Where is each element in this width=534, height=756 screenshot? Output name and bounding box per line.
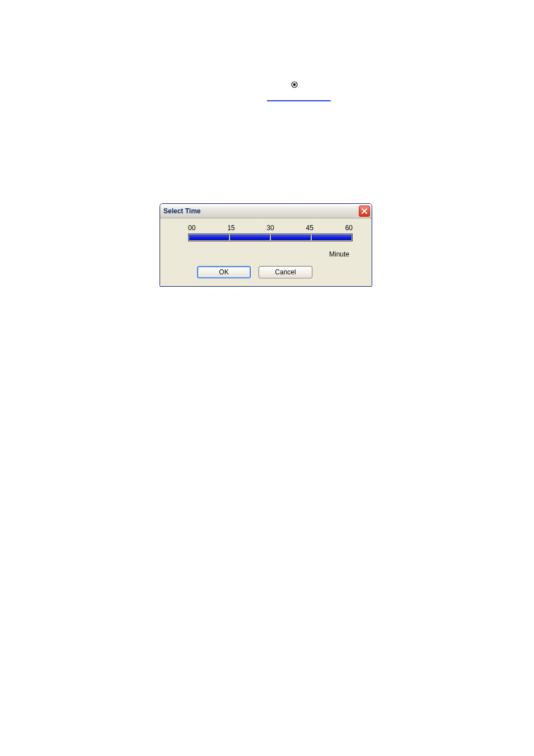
tick-label: 60 xyxy=(345,224,353,232)
ok-button[interactable]: OK xyxy=(197,266,251,278)
close-icon xyxy=(361,208,368,214)
slider-ticks: 00 15 30 45 60 xyxy=(170,224,362,232)
dialog-body: 00 15 30 45 60 Minute OK Cancel xyxy=(160,218,372,286)
unit-label: Minute xyxy=(170,250,362,258)
dialog-titlebar: Select Time xyxy=(160,204,372,218)
slider-track xyxy=(188,234,353,241)
dialog-button-row: OK Cancel xyxy=(170,266,362,278)
tick-label: 15 xyxy=(227,224,235,232)
time-slider[interactable] xyxy=(170,234,362,241)
close-button[interactable] xyxy=(359,206,370,217)
tick-label: 00 xyxy=(188,224,195,232)
slider-segment xyxy=(271,235,311,240)
cancel-button[interactable]: Cancel xyxy=(259,266,312,278)
tick-label: 45 xyxy=(306,224,313,232)
tick-label: 30 xyxy=(266,224,274,232)
slider-segment xyxy=(312,235,352,240)
select-time-dialog: Select Time 00 15 30 45 60 Minute OK Can xyxy=(160,203,372,287)
svg-point-1 xyxy=(293,83,296,86)
dialog-title: Select Time xyxy=(163,207,200,215)
link-underline xyxy=(267,100,331,101)
radio-selected-icon xyxy=(291,81,298,88)
slider-segment xyxy=(189,235,229,240)
slider-segment xyxy=(230,235,270,240)
